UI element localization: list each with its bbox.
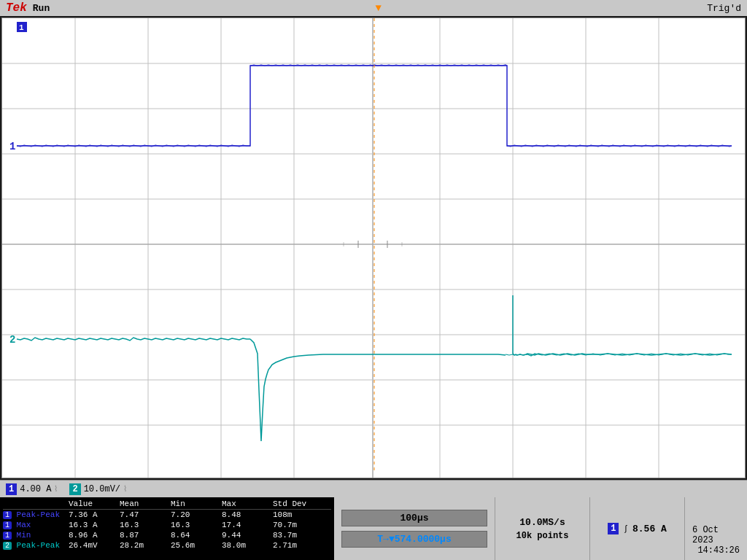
meas-header: Value Mean Min Max Std Dev	[3, 499, 331, 510]
time-label: 14:43:26	[697, 545, 740, 556]
row4-value: 26.4mV	[69, 541, 120, 550]
ch2-scale[interactable]: 10.0mV/	[84, 484, 120, 494]
row3-ch: 1	[3, 532, 12, 540]
row1-stddev: 108m	[273, 510, 331, 519]
row3-max: 9.44	[222, 531, 273, 540]
col-mean: Mean	[120, 499, 171, 508]
sample-points[interactable]: 10k points	[516, 531, 568, 541]
row4-ch: 2	[3, 542, 12, 550]
row1-mean: 7.47	[120, 510, 171, 519]
row3-stddev: 83.7m	[273, 531, 331, 540]
row2-mean: 16.3	[120, 521, 171, 529]
col-name	[3, 499, 69, 508]
brand-label: Tek	[6, 1, 27, 15]
ch1-scale[interactable]: 4.00 A	[20, 484, 51, 494]
date-label: 6 Oct 2023	[692, 525, 740, 545]
col-stddev: Std Dev	[273, 499, 331, 508]
row4-stddev: 2.71m	[273, 541, 331, 550]
row2-value: 16.3 A	[69, 521, 120, 529]
trig-icon: ∫	[623, 524, 628, 533]
table-row: 2 Peak-Peak 26.4mV 28.2m 25.6m 38.0m 2.7…	[3, 540, 331, 551]
ch2-coupling: ⌇	[123, 484, 127, 494]
grid-svg: 1 2 1	[2, 18, 745, 478]
svg-rect-0	[2, 18, 745, 478]
row3-label: 1 Min	[3, 531, 69, 540]
trig-settings: 1 ∫ 8.56 A	[589, 497, 684, 560]
table-row: 1 Peak-Peak 7.36 A 7.47 7.20 8.48 108m	[3, 510, 331, 520]
svg-text:1: 1	[9, 141, 15, 152]
ch2-setting: 2 10.0mV/ ⌇	[69, 483, 127, 495]
row1-max: 8.48	[222, 510, 273, 519]
run-status[interactable]: Run	[33, 3, 50, 14]
row4-max: 38.0m	[222, 541, 273, 550]
ch1-indicator: 1	[6, 483, 17, 495]
table-row: 1 Min 8.96 A 8.87 8.64 9.44 83.7m	[3, 530, 331, 540]
trig-status: Trig'd	[707, 3, 741, 14]
ch1-coupling: ⌇	[54, 484, 58, 494]
row2-ch: 1	[3, 521, 12, 529]
row1-ch: 1	[3, 511, 12, 519]
bottom-bar: 1 4.00 A ⌇ 2 10.0mV/ ⌇ Value Mean Min Ma…	[0, 480, 747, 560]
trig-ch-indicator: 1	[608, 523, 619, 534]
oscilloscope: Tek Run ▼ Trig'd	[0, 0, 747, 560]
trigger-marker: ▼	[376, 2, 382, 14]
sample-rate[interactable]: 10.0MS/s	[519, 517, 565, 528]
top-bar: Tek Run ▼ Trig'd	[0, 0, 747, 16]
trig-info: 1 ∫ 8.56 A	[608, 523, 667, 534]
col-value: Value	[69, 499, 120, 508]
ch2-indicator: 2	[69, 483, 80, 495]
col-max: Max	[222, 499, 273, 508]
trig-value[interactable]: 8.56 A	[632, 524, 667, 534]
time-scale-box[interactable]: 100µs	[341, 510, 487, 526]
row3-min: 8.64	[171, 531, 222, 540]
row2-min: 16.3	[171, 521, 222, 529]
time-settings: 100µs T→▼574.0000µs	[334, 497, 495, 560]
datetime-box: 6 Oct 2023 14:43:26	[684, 497, 747, 560]
row1-min: 7.20	[171, 510, 222, 519]
row2-max: 17.4	[222, 521, 273, 529]
row4-label: 2 Peak-Peak	[3, 541, 69, 550]
row2-stddev: 70.7m	[273, 521, 331, 529]
svg-text:1: 1	[19, 23, 24, 32]
sample-settings: 10.0MS/s 10k points	[495, 497, 589, 560]
row4-min: 25.6m	[171, 541, 222, 550]
row4-mean: 28.2m	[120, 541, 171, 550]
display-area: 1 2 1	[1, 18, 746, 478]
row2-label: 1 Max	[3, 521, 69, 529]
ch1-setting: 1 4.00 A ⌇	[6, 483, 58, 495]
col-min: Min	[171, 499, 222, 508]
svg-text:2: 2	[9, 334, 15, 346]
row1-value: 7.36 A	[69, 510, 120, 519]
row3-mean: 8.87	[120, 531, 171, 540]
row3-value: 8.96 A	[69, 531, 120, 540]
time-offset-box[interactable]: T→▼574.0000µs	[341, 531, 487, 548]
table-row: 1 Max 16.3 A 16.3 16.3 17.4 70.7m	[3, 520, 331, 530]
measurements-row: Value Mean Min Max Std Dev 1 Peak-Peak 7…	[0, 497, 747, 560]
row1-label: 1 Peak-Peak	[3, 510, 69, 519]
measurements-table: Value Mean Min Max Std Dev 1 Peak-Peak 7…	[0, 497, 334, 560]
channel-settings: 1 4.00 A ⌇ 2 10.0mV/ ⌇	[0, 480, 747, 497]
